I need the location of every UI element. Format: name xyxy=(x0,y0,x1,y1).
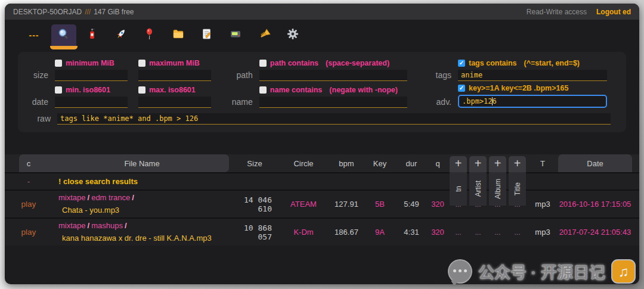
col-header-bpm[interactable]: bpm xyxy=(329,159,364,168)
tn-cell: ... xyxy=(448,228,468,237)
name-contains-label[interactable]: name contains xyxy=(270,86,323,94)
bpm-cell: 186.67 xyxy=(329,228,364,237)
size-min-label[interactable]: minimum MiB xyxy=(66,59,114,67)
col-header-q[interactable]: q xyxy=(427,159,448,168)
raw-query-input[interactable] xyxy=(57,113,611,125)
fire-extinguisher-icon xyxy=(86,27,99,43)
size-max-input[interactable] xyxy=(138,70,211,81)
vertical-label-artist[interactable]: Artist xyxy=(469,172,487,206)
close-row-dash[interactable]: - xyxy=(5,177,52,186)
tags-input[interactable] xyxy=(458,70,607,81)
gear-icon xyxy=(286,27,299,43)
text-caret xyxy=(492,97,493,105)
tab-audio-settings[interactable] xyxy=(252,24,277,46)
add-column-tn-button[interactable]: + xyxy=(450,156,467,172)
tab-unpost[interactable] xyxy=(80,24,105,46)
trumpet-icon xyxy=(258,27,271,43)
add-column-title-button[interactable]: + xyxy=(509,156,526,172)
pager-icon xyxy=(229,27,242,43)
path-hint: (space-separated) xyxy=(326,59,389,67)
search-panel: size minimum MiB maximum MiB path xyxy=(18,52,626,132)
play-button[interactable]: play xyxy=(5,200,52,209)
q-cell: 320 xyxy=(427,200,448,209)
path-checkbox[interactable] xyxy=(259,60,267,67)
tags-checkbox[interactable]: ✓ xyxy=(458,60,465,67)
free-space: 147 GiB free xyxy=(94,8,134,16)
date-min-field: min. iso8601 xyxy=(55,86,128,108)
balloon-icon xyxy=(143,27,156,43)
size-cell: 14 046 610 xyxy=(231,195,278,213)
tab-mkdir[interactable] xyxy=(166,24,191,46)
name-row-label: name xyxy=(231,97,259,108)
tags-field: ✓ tags contains (^=start, end=$) xyxy=(458,59,607,81)
adv-checkbox[interactable]: ✓ xyxy=(458,85,465,92)
tags-contains-label[interactable]: tags contains xyxy=(469,59,517,67)
file-name-cell: mixtape/mashups/ kana hanazawa x dr. dre… xyxy=(52,220,231,244)
col-header-size[interactable]: Size xyxy=(231,159,278,168)
adv-field: ✓ key>=1A key<=2B .bpm>165 xyxy=(458,84,607,108)
filetype-cell: mp3 xyxy=(527,228,558,237)
path-segment[interactable]: edm trance xyxy=(91,193,130,202)
watermark: 公众号 · 开源日记 ♫ xyxy=(449,260,634,283)
hostname: DESKTOP-50ORJAD xyxy=(13,8,82,16)
app-window: DESKTOP-50ORJAD /// 147 GiB free Read-Wr… xyxy=(5,4,639,284)
table-row: play mixtape/mashups/ kana hanazawa x dr… xyxy=(5,217,639,246)
tab-message[interactable] xyxy=(223,24,248,46)
col-header-filename[interactable]: File Name xyxy=(52,159,231,168)
col-header-c[interactable]: c xyxy=(5,159,52,168)
album-cell: ... xyxy=(488,228,507,237)
search-row-1: size minimum MiB maximum MiB path xyxy=(20,59,618,81)
path-segment[interactable]: mixtape xyxy=(58,221,86,230)
file-link[interactable]: kana hanazawa x dr. dre - still K.A.N.A.… xyxy=(58,234,212,243)
date-max-input[interactable] xyxy=(138,97,211,108)
date-cell: 2016-10-16 17:15:05 xyxy=(558,200,632,209)
circle-cell: K-Dm xyxy=(278,228,329,237)
date-min-input[interactable] xyxy=(55,97,128,108)
size-max-checkbox[interactable] xyxy=(138,60,145,67)
col-header-key[interactable]: Key xyxy=(364,159,396,168)
tab-new-doc[interactable] xyxy=(194,24,219,46)
size-min-checkbox[interactable] xyxy=(55,60,62,67)
path-separator: / xyxy=(88,221,90,230)
size-min-field: minimum MiB xyxy=(55,59,128,81)
tab-bup[interactable] xyxy=(137,24,162,46)
name-input[interactable] xyxy=(259,97,407,108)
size-cell: 10 868 057 xyxy=(231,223,278,241)
date-max-label[interactable]: max. iso8601 xyxy=(149,86,196,94)
vertical-label-title[interactable]: Title xyxy=(509,172,526,206)
path-input[interactable] xyxy=(259,70,407,81)
size-max-label[interactable]: maximum MiB xyxy=(149,59,200,67)
watermark-text: 公众号 · 开源日记 xyxy=(478,260,605,283)
path-segment[interactable]: mixtape xyxy=(58,193,86,202)
tab-search[interactable] xyxy=(51,24,76,46)
access-level-label: Read-Write access xyxy=(527,8,587,16)
date-max-checkbox[interactable] xyxy=(138,86,145,94)
path-row-label: path xyxy=(231,70,259,81)
col-header-dur[interactable]: dur xyxy=(396,159,427,168)
play-button[interactable]: play xyxy=(5,228,52,237)
collapse-panel-button[interactable]: --- xyxy=(20,24,48,46)
size-min-input[interactable] xyxy=(55,70,128,81)
date-max-field: max. iso8601 xyxy=(138,86,211,108)
date-min-checkbox[interactable] xyxy=(55,86,62,94)
col-header-circle[interactable]: Circle xyxy=(278,159,329,168)
close-search-results-link[interactable]: ! close search results xyxy=(52,177,632,186)
name-checkbox[interactable] xyxy=(259,86,267,94)
logout-link[interactable]: Logout ed xyxy=(596,8,631,16)
vertical-label-tn[interactable]: tn xyxy=(450,172,467,206)
path-segment[interactable]: mashups xyxy=(91,221,123,230)
add-column-artist-button[interactable]: + xyxy=(469,156,487,172)
path-field: path contains (space-separated) xyxy=(259,59,407,81)
adv-input[interactable] xyxy=(458,95,607,108)
adv-label[interactable]: key>=1A key<=2B .bpm>165 xyxy=(469,84,568,92)
col-header-date[interactable]: Date xyxy=(558,159,632,168)
vertical-label-album[interactable]: Album xyxy=(489,172,506,206)
file-link[interactable]: Chata - you.mp3 xyxy=(58,206,119,215)
col-header-t[interactable]: T xyxy=(527,159,558,168)
date-min-label[interactable]: min. iso8601 xyxy=(66,86,110,94)
path-contains-label[interactable]: path contains xyxy=(270,59,318,67)
add-column-album-button[interactable]: + xyxy=(489,156,506,172)
tab-settings[interactable] xyxy=(280,24,305,46)
tab-upload[interactable] xyxy=(109,24,134,46)
path-separator: / xyxy=(88,193,90,202)
